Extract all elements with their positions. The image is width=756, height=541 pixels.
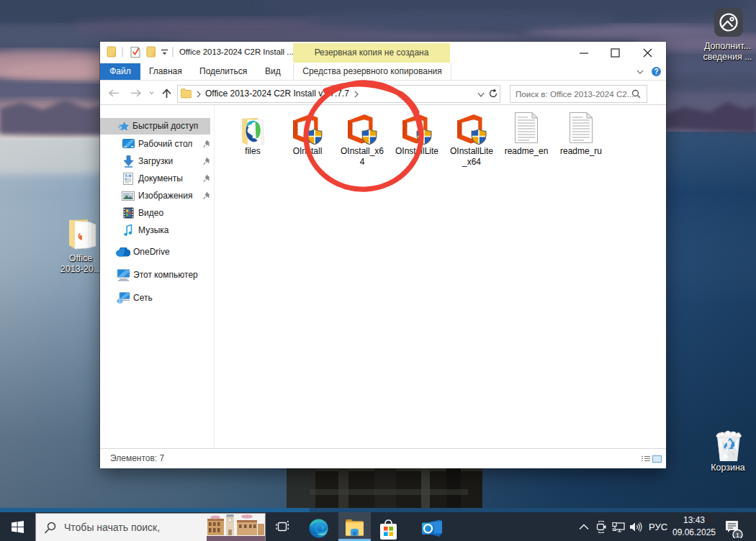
svg-text:1: 1 [736, 531, 739, 538]
